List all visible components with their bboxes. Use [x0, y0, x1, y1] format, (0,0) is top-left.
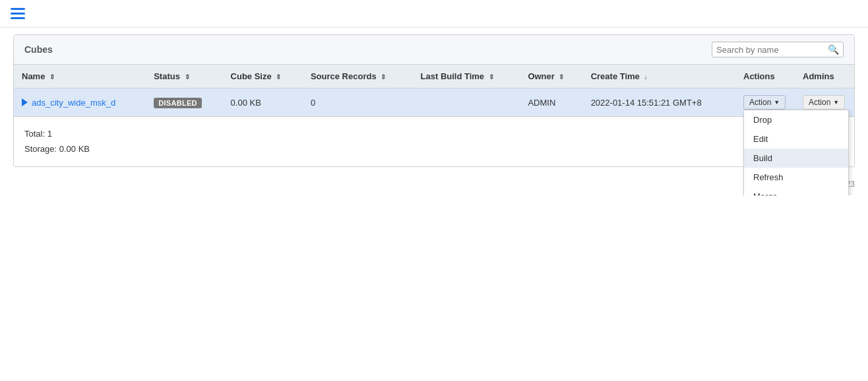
col-owner: Owner ⇕ [520, 65, 582, 88]
cell-last-build-time [413, 88, 520, 117]
cubes-table: Name ⇕ Status ⇕ Cube Size ⇕ Source Recor… [14, 65, 854, 117]
cell-owner: ADMIN [520, 88, 582, 117]
cell-actions: Action ▼ Drop Edit Build Refresh Merge L… [735, 88, 795, 117]
search-icon: 🔍 [828, 44, 839, 55]
search-wrapper: 🔍 [712, 42, 844, 57]
storage-label: Storage: 0.00 KB [24, 141, 844, 156]
cell-source-records: 0 [303, 88, 413, 117]
table-row: ads_city_wide_msk_d DISABLED 0.00 KB 0 A… [14, 88, 854, 117]
actions-btn-label: Action [749, 98, 771, 107]
hamburger-menu-icon[interactable] [11, 8, 25, 19]
admins-caret-icon: ▼ [833, 99, 839, 106]
total-label: Total: 1 [24, 126, 844, 141]
play-icon[interactable] [22, 98, 28, 106]
col-name: Name ⇕ [14, 65, 146, 88]
sort-icon-owner[interactable]: ⇕ [559, 73, 564, 81]
actions-dropdown-menu: Drop Edit Build Refresh Merge Lookup Ref… [743, 110, 849, 195]
menu-item-refresh[interactable]: Refresh [744, 168, 848, 187]
sort-icon-status[interactable]: ⇕ [185, 73, 190, 81]
cubes-panel: Cubes 🔍 Name ⇕ Status ⇕ Cube Size ⇕ [13, 34, 855, 167]
panel-header: Cubes 🔍 [14, 35, 854, 65]
col-admins: Admins [795, 65, 854, 88]
col-cube-size: Cube Size ⇕ [223, 65, 303, 88]
search-input[interactable] [716, 45, 828, 55]
admins-btn-label: Action [809, 98, 830, 107]
menu-item-edit[interactable]: Edit [744, 129, 848, 149]
footer-stats: Total: 1 Storage: 0.00 KB [14, 117, 854, 166]
cell-name: ads_city_wide_msk_d [14, 88, 146, 117]
menu-item-merge[interactable]: Merge [744, 187, 848, 195]
col-source-records: Source Records ⇕ [303, 65, 413, 88]
sort-icon-create-time[interactable]: ↓ [644, 73, 647, 81]
menu-item-drop[interactable]: Drop [744, 110, 848, 129]
top-bar [0, 0, 868, 28]
sort-icon-source-records[interactable]: ⇕ [381, 73, 386, 81]
cell-create-time: 2022-01-14 15:51:21 GMT+8 [583, 88, 735, 117]
actions-dropdown-container: Action ▼ Drop Edit Build Refresh Merge L… [743, 95, 786, 110]
watermark: CSDN @韭菜盒子123 [0, 174, 868, 195]
admins-dropdown-button[interactable]: Action ▼ [803, 95, 845, 110]
col-create-time: Create Time ↓ [583, 65, 735, 88]
cell-status: DISABLED [146, 88, 222, 117]
sort-icon-name[interactable]: ⇕ [49, 73, 55, 81]
cube-name-text[interactable]: ads_city_wide_msk_d [32, 98, 115, 108]
menu-item-build[interactable]: Build [744, 149, 848, 168]
sort-icon-cube-size[interactable]: ⇕ [276, 73, 281, 81]
col-status: Status ⇕ [146, 65, 222, 88]
sort-icon-last-build-time[interactable]: ⇕ [489, 73, 494, 81]
cell-cube-size: 0.00 KB [223, 88, 303, 117]
actions-caret-icon: ▼ [774, 99, 780, 106]
panel-title: Cubes [24, 44, 53, 55]
col-actions: Actions [735, 65, 795, 88]
status-badge: DISABLED [154, 98, 202, 108]
table-header-row: Name ⇕ Status ⇕ Cube Size ⇕ Source Recor… [14, 65, 854, 88]
actions-dropdown-button[interactable]: Action ▼ [743, 95, 786, 110]
col-last-build-time: Last Build Time ⇕ [413, 65, 520, 88]
